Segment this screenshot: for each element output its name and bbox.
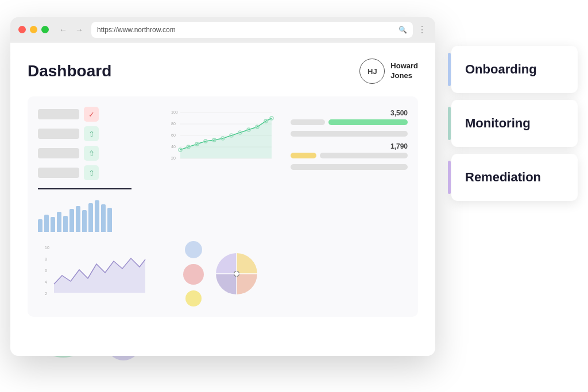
feature-card-label: Monitoring bbox=[465, 116, 531, 130]
stat-bar-bg2 bbox=[320, 153, 408, 158]
list-item: ⇧ bbox=[38, 165, 155, 180]
line-chart-panel: 100 80 60 40 20 bbox=[164, 107, 281, 232]
stats-panel: 3,500 1,790 bbox=[291, 107, 408, 232]
list-icon-up3[interactable]: ⇧ bbox=[84, 165, 99, 180]
stat-row: 3,500 bbox=[291, 109, 408, 125]
bar bbox=[51, 217, 55, 232]
cards-column: Onboarding Monitoring Remediation bbox=[451, 46, 578, 208]
stat-bar-bg bbox=[291, 131, 408, 137]
dashboard-content: Dashboard HJ HowardJones ✓ ⇧ bbox=[10, 42, 435, 356]
dashboard-grid: ✓ ⇧ ⇧ ⇧ bbox=[28, 96, 418, 317]
stat-value: 3,500 bbox=[390, 109, 408, 117]
list-icon-down[interactable]: ✓ bbox=[84, 107, 99, 122]
page-title: Dashboard bbox=[28, 62, 111, 80]
bar bbox=[38, 219, 42, 232]
stat-bar-fill2 bbox=[291, 153, 316, 158]
bubble-yellow bbox=[185, 290, 202, 306]
feature-card-remediation[interactable]: Remediation bbox=[451, 154, 578, 201]
bottom-right-panel bbox=[164, 241, 281, 306]
area-chart-panel: 10 8 6 4 2 bbox=[38, 241, 155, 306]
list-icon-up[interactable]: ⇧ bbox=[84, 126, 99, 141]
bubble-blue bbox=[185, 241, 202, 258]
list-item: ✓ bbox=[38, 107, 155, 122]
bar bbox=[69, 209, 74, 232]
stat-value2: 1,790 bbox=[390, 142, 408, 150]
bar bbox=[107, 208, 112, 232]
svg-text:10: 10 bbox=[45, 246, 49, 250]
line-chart-svg: 100 80 60 40 20 bbox=[164, 107, 281, 164]
svg-text:20: 20 bbox=[171, 156, 176, 160]
bar bbox=[76, 206, 80, 232]
user-name: HowardJones bbox=[390, 61, 418, 81]
bar bbox=[88, 203, 93, 232]
pie-panel bbox=[211, 248, 262, 300]
area-chart-svg: 10 8 6 4 2 bbox=[38, 241, 155, 298]
feature-card-onboarding[interactable]: Onboarding bbox=[451, 46, 578, 93]
list-item: ⇧ bbox=[38, 146, 155, 161]
list-bar bbox=[38, 109, 79, 119]
stat-row: 1,790 bbox=[291, 142, 408, 158]
list-icon-up2[interactable]: ⇧ bbox=[84, 146, 99, 161]
bubble-panel bbox=[183, 241, 204, 306]
list-item: ⇧ bbox=[38, 126, 155, 141]
svg-text:8: 8 bbox=[45, 257, 47, 261]
user-badge: HJ HowardJones bbox=[359, 59, 418, 84]
card-accent bbox=[448, 161, 451, 194]
feature-card-label: Onboarding bbox=[465, 62, 537, 76]
tl-close[interactable] bbox=[18, 26, 26, 33]
browser-chrome: ← → https://www.northrow.com 🔍 ⋮ bbox=[10, 17, 435, 42]
list-panel: ✓ ⇧ ⇧ ⇧ bbox=[38, 107, 155, 232]
browser-window: ← → https://www.northrow.com 🔍 ⋮ Dashboa… bbox=[10, 17, 435, 356]
traffic-lights bbox=[18, 26, 49, 33]
svg-text:6: 6 bbox=[45, 269, 47, 273]
svg-text:80: 80 bbox=[171, 122, 176, 126]
bar bbox=[95, 200, 99, 232]
divider-line bbox=[38, 188, 131, 189]
tl-fullscreen[interactable] bbox=[41, 26, 49, 33]
bar bbox=[63, 216, 68, 232]
card-accent bbox=[448, 107, 451, 140]
search-icon: 🔍 bbox=[399, 26, 407, 34]
bar-chart bbox=[38, 197, 155, 232]
bubble-pink bbox=[183, 264, 204, 285]
pie-chart-svg bbox=[211, 248, 262, 300]
stat-bar-bg bbox=[291, 164, 408, 170]
svg-text:2: 2 bbox=[45, 292, 47, 296]
bar bbox=[82, 210, 87, 232]
back-arrow[interactable]: ← bbox=[57, 24, 69, 36]
feature-card-monitoring[interactable]: Monitoring bbox=[451, 100, 578, 147]
svg-text:60: 60 bbox=[171, 133, 176, 137]
bar bbox=[101, 204, 106, 232]
svg-text:40: 40 bbox=[171, 145, 176, 149]
list-bar bbox=[38, 148, 79, 158]
stat-bar-bg bbox=[291, 119, 325, 125]
list-bar bbox=[38, 168, 79, 178]
stat-row bbox=[291, 131, 408, 137]
bar bbox=[44, 215, 49, 232]
bar bbox=[57, 212, 61, 232]
kebab-menu[interactable]: ⋮ bbox=[417, 24, 427, 35]
scene: ← → https://www.northrow.com 🔍 ⋮ Dashboa… bbox=[0, 0, 588, 392]
svg-text:4: 4 bbox=[45, 280, 47, 284]
address-bar[interactable]: https://www.northrow.com 🔍 bbox=[91, 22, 413, 38]
stat-row bbox=[291, 164, 408, 170]
list-bar bbox=[38, 129, 79, 139]
tl-minimize[interactable] bbox=[30, 26, 37, 33]
nav-arrows: ← → bbox=[57, 24, 86, 36]
dashboard-header: Dashboard HJ HowardJones bbox=[28, 59, 418, 84]
feature-card-label: Remediation bbox=[465, 170, 541, 184]
card-accent bbox=[448, 53, 451, 86]
forward-arrow[interactable]: → bbox=[73, 24, 86, 36]
stat-bar-fill bbox=[328, 119, 408, 125]
avatar: HJ bbox=[359, 59, 385, 84]
svg-text:100: 100 bbox=[171, 110, 178, 114]
